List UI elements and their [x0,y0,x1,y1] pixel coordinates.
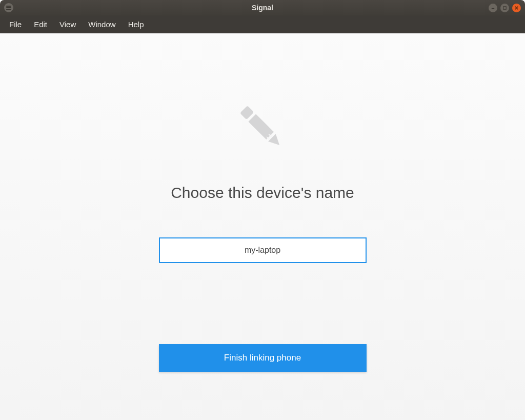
minimize-button[interactable] [489,4,497,12]
finish-linking-button[interactable]: Finish linking phone [159,344,367,372]
menu-window[interactable]: Window [83,18,120,31]
menu-view[interactable]: View [54,18,81,31]
app-menu-icon[interactable] [4,3,13,12]
svg-rect-1 [503,6,506,9]
menu-icon [6,6,11,10]
titlebar: Signal [0,0,525,15]
svg-rect-4 [240,106,254,120]
maximize-icon [502,6,507,10]
page-heading: Choose this device's name [171,184,354,202]
window-title: Signal [252,4,273,12]
close-button[interactable] [512,4,521,12]
menubar: File Edit View Window Help [0,15,525,33]
close-icon [514,6,519,10]
menu-help[interactable]: Help [123,18,149,31]
menu-edit[interactable]: Edit [29,18,52,31]
device-name-input[interactable] [159,237,367,263]
maximize-button[interactable] [500,4,509,12]
window-controls [489,4,521,12]
main-content: Choose this device's name Finish linking… [0,33,525,420]
minimize-icon [491,6,495,10]
menu-file[interactable]: File [4,18,27,31]
pencil-icon [229,95,296,164]
